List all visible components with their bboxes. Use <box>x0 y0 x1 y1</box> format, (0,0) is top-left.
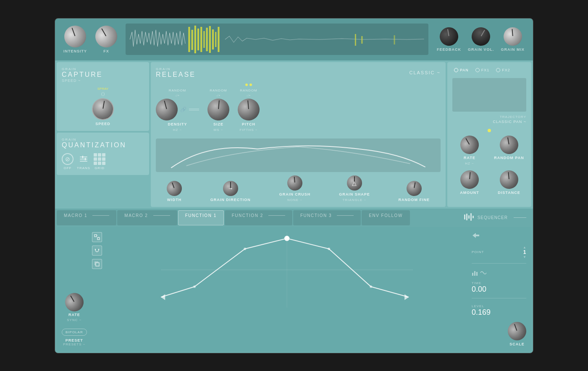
svg-rect-3 <box>197 29 199 50</box>
grain-crush-unit[interactable]: NONE ~ <box>287 198 302 202</box>
plugin-container: INTENSITY FX <box>55 18 533 353</box>
grain-direction-knob[interactable]: → <box>223 181 238 196</box>
rate-sync-unit[interactable]: SYNC ~ <box>67 318 81 322</box>
svg-point-39 <box>370 285 372 288</box>
env-follow-label: ENV FOLLOW <box>369 213 403 218</box>
amount-knob[interactable] <box>459 170 480 190</box>
pan-power-icon <box>454 68 458 72</box>
size-knob[interactable] <box>207 97 230 121</box>
random-pan-label: RANDOM PAN <box>494 156 524 160</box>
capture-large-label: CAPTURE <box>62 71 144 78</box>
level-display: LEVEL 0.169 <box>472 304 526 317</box>
pitch-unit[interactable]: FIFTHS ~ <box>240 128 258 132</box>
capture-knob-row: SPEED <box>62 98 144 126</box>
svg-rect-0 <box>188 27 190 52</box>
function3-tab[interactable]: FUNCTION 3 <box>293 210 361 225</box>
scale-knob[interactable] <box>505 319 529 342</box>
center-panel: GRAIN RELEASE CLASSIC ~ RANDOM -/+ 🔗 <box>151 62 446 207</box>
function2-tab[interactable]: FUNCTION 2 <box>225 210 292 225</box>
density-knob[interactable] <box>153 96 180 123</box>
speed-knob[interactable] <box>90 96 116 121</box>
grain-shape-knob[interactable]: △ <box>347 175 362 191</box>
pitch-knob[interactable] <box>237 97 260 121</box>
grain-crush-label: GRAIN CRUSH <box>279 192 311 196</box>
left-panel: GRAIN CAPTURE SPEED ~ SPRAY 〈 〉 SPEED <box>57 62 149 207</box>
copy-icon-btn[interactable] <box>92 259 102 269</box>
magnet-icon-btn[interactable] <box>92 246 102 256</box>
distance-knob[interactable] <box>499 170 519 190</box>
random-fine-label: RANDOM FINE <box>399 198 430 202</box>
quant-grid-label: GRID <box>94 166 105 170</box>
svg-rect-7 <box>209 26 211 53</box>
sequencer-tab[interactable]: SEQUENCER <box>458 210 531 225</box>
fx1-tab[interactable]: FX1 <box>474 67 491 73</box>
width-knob[interactable] <box>165 178 184 198</box>
grain-shape-unit[interactable]: TRIANGLE ~ <box>342 198 366 202</box>
grain-mix-knob[interactable] <box>503 26 523 47</box>
trajectory-label: TRAJECTORY <box>452 115 526 119</box>
macro1-tab[interactable]: MACRO 1 <box>57 210 116 225</box>
random-fine-container: RANDOM FINE <box>399 181 430 202</box>
waveform-icons <box>472 269 526 276</box>
function1-label: FUNCTION 1 <box>185 213 217 218</box>
sine-icon <box>480 269 487 276</box>
level-value: 0.169 <box>472 308 526 317</box>
size-unit[interactable]: MS ~ <box>214 128 223 132</box>
grain-vol-knob[interactable] <box>468 24 494 49</box>
svg-point-38 <box>328 248 330 250</box>
svg-rect-25 <box>97 238 100 240</box>
env-follow-tab[interactable]: ENV FOLLOW <box>362 210 410 225</box>
level-label: LEVEL <box>472 304 526 308</box>
bar-chart-icon <box>472 269 478 276</box>
rate-unit[interactable]: HZ ~ <box>465 162 474 165</box>
bipolar-btn[interactable]: BIPOLAR <box>62 329 87 336</box>
rate-knob[interactable] <box>457 132 482 157</box>
fx1-tab-label: FX1 <box>481 68 490 72</box>
svg-rect-41 <box>472 273 473 276</box>
quant-trans-btn[interactable]: TRANS <box>77 153 90 170</box>
fx-knob[interactable] <box>91 21 121 51</box>
resize-icon-btn[interactable] <box>92 232 102 242</box>
yellow-dot-indicator <box>488 129 491 132</box>
feedback-knob[interactable] <box>438 26 459 47</box>
main-panel: GRAIN CAPTURE SPEED ~ SPRAY 〈 〉 SPEED <box>55 60 533 209</box>
random-fine-knob[interactable] <box>405 180 423 197</box>
sequencer-label: SEQUENCER <box>478 215 508 220</box>
density-unit[interactable]: HZ ~ <box>173 128 182 132</box>
svg-rect-43 <box>476 272 478 276</box>
spray-label: SPRAY <box>62 87 144 91</box>
svg-rect-23 <box>472 216 474 218</box>
release-small-label: GRAIN <box>156 67 196 71</box>
rate-container: RATE HZ ~ <box>452 136 487 165</box>
quant-off-btn[interactable]: ⊘ OFF <box>62 153 74 170</box>
waveform-display[interactable] <box>126 24 428 55</box>
trajectory-value[interactable]: CLASSIC PAN ~ <box>452 120 526 124</box>
point-label: POINT <box>472 250 484 254</box>
distance-label: DISTANCE <box>498 191 520 195</box>
bottom-knobs-row: WIDTH → GRAIN DIRECTION GRAIN CRUSH NONE… <box>156 175 441 202</box>
quant-grid-btn[interactable]: GRID <box>94 153 105 170</box>
rate-sync-knob[interactable] <box>62 289 87 314</box>
random-pan-knob[interactable] <box>499 134 520 155</box>
fx2-tab[interactable]: FX2 <box>494 67 512 73</box>
svg-rect-12 <box>361 36 362 44</box>
right-panel: PAN FX1 FX2 TRAJECTORY CLASSIC PAN ~ <box>447 62 531 207</box>
pan-tab[interactable]: PAN <box>452 67 470 73</box>
link-icon: 🔗 <box>180 107 186 112</box>
function1-tab[interactable]: FUNCTION 1 <box>178 210 224 225</box>
size-container: RANDOM -/+ SIZE MS ~ <box>207 89 229 132</box>
point-display: POINT ▲ 1 ▼ <box>472 246 526 259</box>
release-mode-label[interactable]: CLASSIC ~ <box>409 70 441 75</box>
svg-rect-16 <box>80 161 87 162</box>
scale-label: SCALE <box>509 342 525 346</box>
intensity-knob[interactable] <box>61 22 89 50</box>
grain-crush-knob[interactable] <box>286 175 303 191</box>
svg-rect-11 <box>355 34 356 46</box>
time-value: 0.00 <box>472 285 526 294</box>
intensity-group: INTENSITY <box>63 26 87 53</box>
presets-unit[interactable]: PRESETS ~ <box>62 342 87 346</box>
function-envelope-area[interactable] <box>107 232 467 346</box>
fx2-tab-label: FX2 <box>502 68 510 72</box>
time-label: TIME <box>472 281 526 285</box>
macro2-tab[interactable]: MACRO 2 <box>117 210 177 225</box>
